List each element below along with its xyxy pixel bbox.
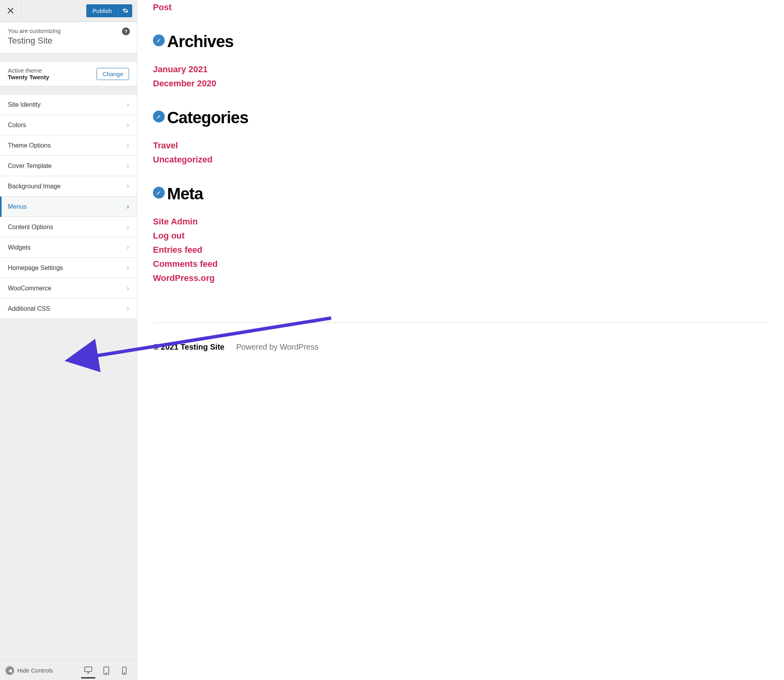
edit-widget-meta-button[interactable]	[153, 187, 165, 199]
post-link[interactable]: Post	[153, 0, 768, 13]
section-cover-template[interactable]: Cover Template›	[0, 156, 137, 176]
section-background-image[interactable]: Background Image›	[0, 176, 137, 197]
hide-controls-button[interactable]: ◀ Hide Controls	[5, 666, 77, 675]
edit-widget-archives-button[interactable]	[153, 35, 165, 46]
archive-link[interactable]: December 2020	[153, 78, 768, 89]
section-label: Content Options	[8, 224, 53, 231]
site-name-label: Testing Site	[8, 36, 129, 46]
customizer-sections: Site Identity› Colors› Theme Options› Co…	[0, 94, 137, 319]
desktop-icon	[84, 665, 93, 674]
close-icon	[7, 7, 14, 14]
chevron-right-icon: ›	[127, 141, 129, 149]
section-additional-css[interactable]: Additional CSS›	[0, 299, 137, 319]
section-label: Homepage Settings	[8, 264, 63, 272]
change-theme-button[interactable]: Change	[96, 68, 129, 80]
publish-settings-button[interactable]	[118, 4, 132, 17]
device-tablet-button[interactable]	[99, 663, 113, 678]
chevron-right-icon: ›	[127, 284, 129, 292]
preview-footer: © 2021 Testing Site Powered by WordPress	[153, 323, 768, 352]
section-label: Additional CSS	[8, 305, 50, 312]
section-homepage-settings[interactable]: Homepage Settings›	[0, 258, 137, 278]
chevron-right-icon: ›	[127, 264, 129, 272]
archive-link[interactable]: January 2021	[153, 64, 768, 75]
customizing-info: You are customizing Testing Site ?	[0, 22, 137, 53]
device-preview-bar: ◀ Hide Controls	[0, 660, 137, 680]
category-link[interactable]: Uncategorized	[153, 155, 768, 165]
section-widgets[interactable]: Widgets›	[0, 237, 137, 258]
widget-meta: Meta Site Admin Log out Entries feed Com…	[153, 184, 768, 283]
chevron-right-icon: ›	[127, 121, 129, 129]
widget-archives: Archives January 2021 December 2020	[153, 32, 768, 89]
section-colors[interactable]: Colors›	[0, 115, 137, 135]
section-label: Background Image	[8, 183, 60, 190]
pencil-icon	[156, 114, 162, 119]
chevron-right-icon: ›	[127, 223, 129, 231]
section-label: Widgets	[8, 244, 31, 251]
svg-rect-0	[85, 667, 92, 672]
customizing-label: You are customizing	[8, 27, 129, 34]
category-link[interactable]: Travel	[153, 140, 768, 151]
preview-pane[interactable]: Post Archives January 2021 December 2020…	[137, 0, 784, 680]
section-label: Colors	[8, 122, 26, 129]
device-desktop-button[interactable]	[81, 663, 95, 678]
section-label: Theme Options	[8, 142, 51, 149]
publish-button-group: Publish	[86, 4, 132, 17]
chevron-right-icon: ›	[127, 182, 129, 190]
section-label: Menus	[8, 203, 27, 210]
meta-link[interactable]: Site Admin	[153, 217, 768, 227]
pencil-icon	[156, 190, 162, 195]
device-mobile-button[interactable]	[117, 663, 131, 678]
chevron-right-icon: ›	[127, 243, 129, 252]
meta-heading: Meta	[167, 184, 203, 203]
section-label: Cover Template	[8, 162, 52, 170]
section-menus[interactable]: Menus›	[0, 197, 137, 217]
hide-controls-label: Hide Controls	[17, 667, 53, 674]
close-customizer-button[interactable]	[0, 0, 22, 22]
svg-point-2	[106, 673, 106, 673]
svg-point-4	[124, 673, 124, 673]
meta-link[interactable]: Log out	[153, 231, 768, 241]
help-button[interactable]: ?	[122, 27, 130, 35]
chevron-right-icon: ›	[127, 304, 129, 313]
chevron-right-icon: ›	[127, 162, 129, 170]
pencil-icon	[156, 38, 162, 43]
footer-powered-by[interactable]: Powered by WordPress	[236, 343, 318, 352]
categories-heading: Categories	[167, 108, 248, 127]
footer-copyright: © 2021 Testing Site	[153, 343, 224, 352]
section-theme-options[interactable]: Theme Options›	[0, 135, 137, 156]
chevron-right-icon: ›	[127, 202, 129, 211]
chevron-right-icon: ›	[127, 100, 129, 109]
section-content-options[interactable]: Content Options›	[0, 217, 137, 237]
edit-widget-categories-button[interactable]	[153, 111, 165, 122]
widget-categories: Categories Travel Uncategorized	[153, 108, 768, 165]
gear-icon	[122, 7, 129, 14]
sidebar-header: Publish	[0, 0, 137, 22]
meta-link[interactable]: Comments feed	[153, 259, 768, 269]
section-woocommerce[interactable]: WooCommerce›	[0, 278, 137, 299]
section-site-identity[interactable]: Site Identity›	[0, 95, 137, 115]
publish-button[interactable]: Publish	[86, 4, 118, 17]
mobile-icon	[120, 666, 129, 675]
section-label: Site Identity	[8, 101, 41, 108]
archives-heading: Archives	[167, 32, 233, 51]
customizer-sidebar: Publish You are customizing Testing Site…	[0, 0, 137, 680]
meta-link[interactable]: Entries feed	[153, 245, 768, 255]
active-theme-panel: Active theme Twenty Twenty Change	[0, 61, 137, 86]
meta-link[interactable]: WordPress.org	[153, 273, 768, 283]
tablet-icon	[102, 666, 111, 675]
active-theme-label: Active theme	[8, 67, 49, 74]
collapse-left-icon: ◀	[5, 666, 14, 675]
theme-name: Twenty Twenty	[8, 74, 49, 80]
section-label: WooCommerce	[8, 285, 51, 292]
